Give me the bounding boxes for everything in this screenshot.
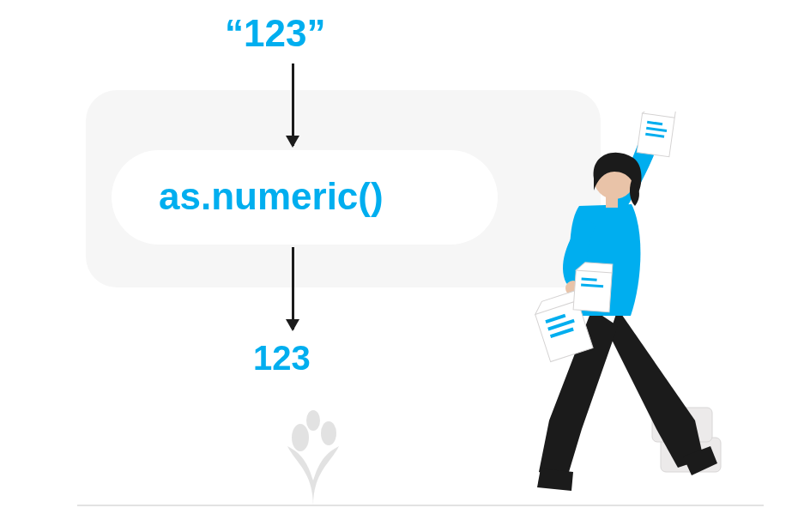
diagram-stage: “123” as.numeric() 123 (0, 0, 798, 532)
svg-point-2 (306, 410, 320, 431)
arrow-function-to-output (292, 247, 294, 329)
arrow-input-to-function (292, 63, 294, 146)
output-value-label: 123 (253, 339, 311, 378)
plant-decoration (262, 386, 365, 506)
input-value-label: “123” (225, 12, 325, 55)
person-illustration (481, 112, 755, 506)
function-name-label: as.numeric() (159, 175, 384, 218)
svg-point-1 (321, 421, 336, 445)
svg-point-0 (292, 424, 309, 451)
ground-line (77, 505, 764, 506)
